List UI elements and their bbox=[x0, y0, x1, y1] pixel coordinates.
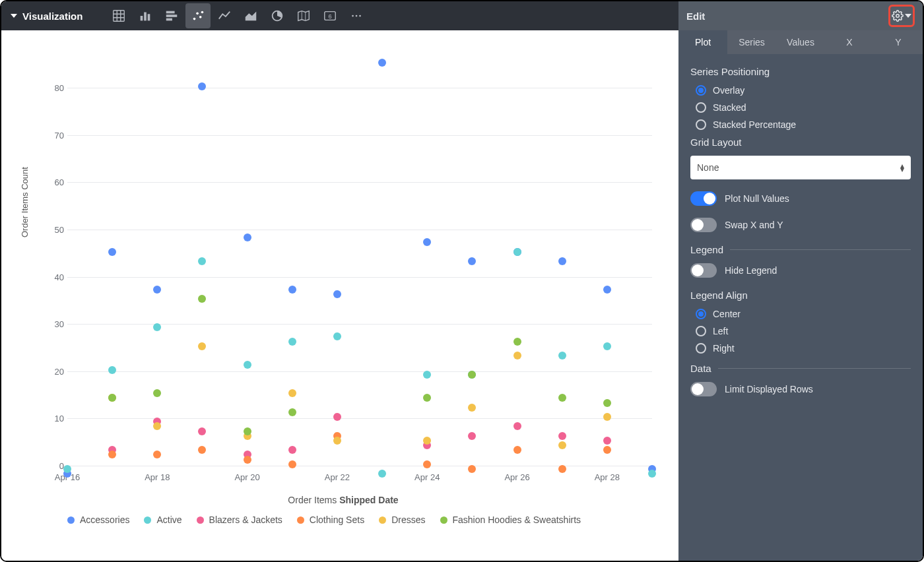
hide-legend-toggle[interactable] bbox=[690, 263, 717, 278]
data-point[interactable] bbox=[423, 238, 431, 246]
data-point[interactable] bbox=[288, 389, 296, 397]
chart-type-map[interactable] bbox=[291, 3, 316, 28]
chart-type-line[interactable] bbox=[212, 3, 237, 28]
tab-values[interactable]: Values bbox=[776, 30, 825, 54]
data-point[interactable] bbox=[468, 257, 476, 265]
legend-item[interactable]: Blazers & Jackets bbox=[197, 515, 282, 525]
data-point[interactable] bbox=[108, 366, 116, 374]
data-point[interactable] bbox=[423, 460, 431, 468]
data-point[interactable] bbox=[153, 323, 161, 331]
chart-type-single[interactable]: 6 bbox=[317, 3, 343, 28]
data-point[interactable] bbox=[558, 257, 566, 265]
legend-item[interactable]: Clothing Sets bbox=[297, 515, 364, 525]
chart-type-bar[interactable] bbox=[159, 3, 184, 28]
data-point[interactable] bbox=[423, 437, 431, 445]
data-point[interactable] bbox=[378, 59, 386, 67]
data-point[interactable] bbox=[603, 413, 611, 421]
data-point[interactable] bbox=[603, 446, 611, 454]
data-point[interactable] bbox=[333, 290, 341, 298]
legend-item[interactable]: Accessories bbox=[67, 515, 129, 525]
data-point[interactable] bbox=[513, 422, 521, 430]
data-point[interactable] bbox=[288, 338, 296, 346]
data-point[interactable] bbox=[423, 371, 431, 379]
chart-type-area[interactable] bbox=[238, 3, 263, 28]
tab-plot[interactable]: Plot bbox=[678, 30, 727, 54]
y-tick-label: 10 bbox=[44, 414, 64, 423]
data-point[interactable] bbox=[333, 437, 341, 445]
data-point[interactable] bbox=[244, 234, 251, 241]
data-point[interactable] bbox=[288, 408, 296, 416]
data-point[interactable] bbox=[513, 352, 521, 359]
data-point[interactable] bbox=[198, 342, 206, 350]
data-point[interactable] bbox=[603, 399, 611, 407]
legend-align-option-right[interactable]: Right bbox=[690, 343, 911, 354]
data-point[interactable] bbox=[153, 286, 161, 294]
data-point[interactable] bbox=[288, 446, 296, 454]
legend-item[interactable]: Dresses bbox=[379, 515, 425, 525]
data-point[interactable] bbox=[333, 332, 341, 340]
data-point[interactable] bbox=[244, 427, 251, 435]
data-point[interactable] bbox=[108, 451, 116, 458]
data-point[interactable] bbox=[558, 441, 566, 449]
data-point[interactable] bbox=[558, 432, 566, 440]
edit-sidebar: Edit PlotSeriesValuesXY Series Positioni… bbox=[678, 1, 923, 561]
data-point[interactable] bbox=[198, 446, 206, 454]
data-point[interactable] bbox=[198, 257, 206, 265]
legend-item[interactable]: Active bbox=[144, 515, 182, 525]
data-point[interactable] bbox=[423, 394, 431, 402]
positioning-option-overlay[interactable]: Overlay bbox=[690, 85, 911, 96]
legend-align-option-center[interactable]: Center bbox=[690, 309, 911, 319]
data-point[interactable] bbox=[513, 248, 521, 256]
legend-item[interactable]: Fashion Hoodies & Sweatshirts bbox=[440, 515, 581, 525]
data-point[interactable] bbox=[558, 352, 566, 359]
svg-rect-7 bbox=[148, 14, 150, 20]
data-point[interactable] bbox=[153, 389, 161, 397]
data-point[interactable] bbox=[244, 456, 251, 464]
data-point[interactable] bbox=[468, 432, 476, 440]
svg-text:6: 6 bbox=[329, 13, 332, 20]
data-point[interactable] bbox=[333, 413, 341, 421]
data-point[interactable] bbox=[198, 82, 206, 90]
tab-x[interactable]: X bbox=[825, 30, 874, 54]
data-point[interactable] bbox=[558, 394, 566, 402]
chart-type-column[interactable] bbox=[133, 3, 158, 28]
data-point[interactable] bbox=[468, 465, 476, 473]
data-point[interactable] bbox=[603, 437, 611, 445]
chart-type-more[interactable] bbox=[344, 3, 369, 28]
swap-xy-toggle[interactable] bbox=[690, 218, 717, 232]
data-point[interactable] bbox=[513, 446, 521, 454]
data-point[interactable] bbox=[513, 338, 521, 346]
data-point[interactable] bbox=[603, 342, 611, 350]
grid-layout-title: Grid Layout bbox=[690, 137, 911, 148]
chart-type-pie[interactable] bbox=[265, 3, 290, 28]
data-point[interactable] bbox=[468, 404, 476, 412]
data-point[interactable] bbox=[648, 470, 656, 478]
data-point[interactable] bbox=[198, 427, 206, 435]
chart-type-scatter[interactable] bbox=[185, 3, 211, 28]
data-point[interactable] bbox=[153, 451, 161, 458]
data-point[interactable] bbox=[288, 460, 296, 468]
data-point[interactable] bbox=[63, 465, 71, 473]
settings-gear-button[interactable] bbox=[888, 5, 915, 27]
grid-layout-select[interactable]: None ▴▾ bbox=[690, 156, 911, 179]
data-point[interactable] bbox=[198, 295, 206, 303]
scatter-plot[interactable]: 01020304050607080Apr 16Apr 18Apr 20Apr 2… bbox=[67, 50, 652, 466]
visualization-title-toggle[interactable]: Visualization bbox=[11, 11, 82, 22]
data-point[interactable] bbox=[603, 286, 611, 294]
data-point[interactable] bbox=[558, 465, 566, 473]
plot-null-toggle[interactable] bbox=[690, 191, 717, 206]
data-point[interactable] bbox=[288, 286, 296, 294]
chart-type-table[interactable] bbox=[106, 3, 131, 28]
limit-rows-toggle[interactable] bbox=[690, 382, 717, 396]
tab-y[interactable]: Y bbox=[874, 30, 923, 54]
positioning-option-stacked[interactable]: Stacked bbox=[690, 102, 911, 113]
positioning-option-stacked-percentage[interactable]: Stacked Percentage bbox=[690, 119, 911, 130]
data-point[interactable] bbox=[244, 361, 251, 369]
data-point[interactable] bbox=[153, 422, 161, 430]
legend-align-option-left[interactable]: Left bbox=[690, 326, 911, 336]
tab-series[interactable]: Series bbox=[727, 30, 776, 54]
data-point[interactable] bbox=[108, 248, 116, 256]
data-point[interactable] bbox=[468, 371, 476, 379]
data-point[interactable] bbox=[378, 470, 386, 478]
data-point[interactable] bbox=[108, 394, 116, 402]
